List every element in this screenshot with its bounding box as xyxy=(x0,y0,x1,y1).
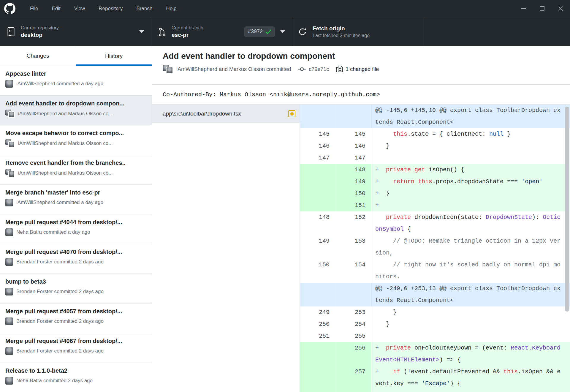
diff-code-line: @@ -249,6 +253,13 @@ export class Toolba… xyxy=(375,283,561,306)
avatar xyxy=(5,169,15,177)
tab-changes[interactable]: Changes xyxy=(0,46,76,66)
commit-list-title: Add event handler to dropdown compon... xyxy=(5,100,148,107)
menu-edit[interactable]: Edit xyxy=(45,0,67,17)
new-line-number: 254 xyxy=(335,318,371,330)
minimize-button[interactable] xyxy=(514,0,533,17)
menu-file[interactable]: File xyxy=(23,0,45,17)
title-bar: File Edit View Repository Branch Help xyxy=(0,0,570,17)
current-repository-button[interactable]: Current repository desktop xyxy=(0,17,152,46)
commit-list-title: Merge pull request #4057 from desktop/..… xyxy=(5,308,148,315)
commit-list-byline: Brendan Forster committed 2 days ago xyxy=(16,348,104,354)
file-row[interactable]: app\src\ui\toolbar\dropdown.tsx xyxy=(152,105,300,123)
diff-code-line: @@ -145,6 +145,10 @@ export class Toolba… xyxy=(375,105,561,128)
current-repository-label: Current repository xyxy=(21,25,59,31)
avatar xyxy=(5,347,13,355)
diff-row: 149+ return this.props.dropdownState ===… xyxy=(300,176,570,188)
old-line-number: 150 xyxy=(300,259,335,283)
avatar xyxy=(163,65,173,74)
diff-code-line: + if (!event.defaultPrevented && this.is… xyxy=(375,366,561,390)
diff-code-line: } xyxy=(375,306,561,318)
old-line-number: 149 xyxy=(300,235,335,259)
diff-code-line xyxy=(375,152,561,164)
commit-list-byline: iAmWillShepherd and Markus Olsson co... xyxy=(18,170,113,176)
menu-branch[interactable]: Branch xyxy=(130,0,159,17)
commit-list-byline: iAmWillShepherd and Markus Olsson co... xyxy=(18,140,113,146)
current-branch-button[interactable]: Current branch esc-pr #3972 xyxy=(152,17,292,46)
check-icon xyxy=(265,29,271,34)
old-line-number xyxy=(300,188,335,200)
diff-row: 257+ if (!event.defaultPrevented && this… xyxy=(300,366,570,390)
diff-row: 149153 // @TODO: Remake triangle octicon… xyxy=(300,235,570,259)
old-line-number xyxy=(300,390,335,392)
diff-code-line: + private get isOpen() { xyxy=(375,164,561,176)
list-item[interactable]: Remove event handler from the branches..… xyxy=(0,155,152,185)
list-item[interactable]: Merge pull request #4044 from desktop/..… xyxy=(0,214,152,244)
commit-sha: c79e71c xyxy=(309,66,329,72)
tab-history[interactable]: History xyxy=(76,46,152,66)
git-commit-icon xyxy=(297,66,306,72)
diff-scrollbar[interactable] xyxy=(565,107,569,312)
new-line-number: 152 xyxy=(335,211,371,235)
new-line-number: 149 xyxy=(335,176,371,188)
old-line-number xyxy=(300,105,335,128)
pull-request-number: #3972 xyxy=(248,29,263,35)
list-item[interactable]: Merge pull request #4067 from desktop/..… xyxy=(0,333,152,363)
diff-row: 148+ private get isOpen() { xyxy=(300,164,570,176)
commit-list-title: Merge pull request #4067 from desktop/..… xyxy=(5,338,148,344)
list-item[interactable]: Release to 1.1.0-beta2Neha Batra committ… xyxy=(0,363,152,392)
diff-view: @@ -145,6 +145,10 @@ export class Toolba… xyxy=(300,105,570,392)
avatar xyxy=(5,199,13,206)
diff-row: 258+ event.preventDefault() xyxy=(300,390,570,392)
commit-summary-header: Add event handler to dropdown component … xyxy=(152,46,570,85)
diff-row: 145145 this.state = { clientRect: null } xyxy=(300,128,570,140)
list-item[interactable]: Merge pull request #4070 from desktop/..… xyxy=(0,244,152,274)
diff-row: @@ -145,6 +145,10 @@ export class Toolba… xyxy=(300,105,570,128)
chevron-down-icon xyxy=(280,30,285,33)
old-line-number xyxy=(300,342,335,366)
fetch-origin-title: Fetch origin xyxy=(313,25,370,32)
list-item[interactable]: Move escape behavior to correct compo...… xyxy=(0,125,152,155)
new-line-number: 257 xyxy=(335,366,371,390)
current-branch-value: esc-pr xyxy=(172,32,203,38)
old-line-number xyxy=(300,366,335,390)
commit-list-byline: Brendan Forster committed 2 days ago xyxy=(16,318,104,324)
avatar xyxy=(5,110,15,118)
diff-row: 150+ } xyxy=(300,188,570,200)
maximize-button[interactable] xyxy=(533,0,551,17)
commit-title: Add event handler to dropdown component xyxy=(163,51,570,61)
old-line-number: 145 xyxy=(300,128,335,140)
avatar xyxy=(5,139,15,148)
commit-list-byline: iAmWillShepherd and Markus Olsson co... xyxy=(18,111,113,117)
new-line-number: 151 xyxy=(335,200,371,211)
list-item[interactable]: Merge branch 'master' into esc-priAmWill… xyxy=(0,185,152,214)
commit-list-title: Appease linter xyxy=(5,70,148,77)
diff-row: 249253 } xyxy=(300,306,570,318)
diff-row: 151+ xyxy=(300,200,570,211)
list-item[interactable]: Merge pull request #4057 from desktop/..… xyxy=(0,304,152,333)
menu-view[interactable]: View xyxy=(67,0,92,17)
commit-list-byline: Neha Batra committed 2 days ago xyxy=(16,378,93,384)
fetch-origin-button[interactable]: Fetch origin Last fetched 2 minutes ago xyxy=(292,17,423,46)
repo-icon xyxy=(7,27,15,37)
commit-list-title: Merge branch 'master' into esc-pr xyxy=(5,189,148,196)
chevron-down-icon xyxy=(139,30,144,33)
list-item[interactable]: Appease linteriAmWillShepherd committed … xyxy=(0,66,152,96)
new-line-number: 256 xyxy=(335,342,371,366)
diff-code-line: + } xyxy=(375,188,561,200)
old-line-number xyxy=(300,164,335,176)
minimize-icon xyxy=(520,5,527,12)
sidebar-tabbar: Changes History xyxy=(0,46,152,66)
menu-repository[interactable]: Repository xyxy=(92,0,129,17)
list-item[interactable]: Add event handler to dropdown compon...i… xyxy=(0,96,152,125)
commit-list-byline: Brendan Forster committed 2 days ago xyxy=(16,289,104,295)
file-path: app\src\ui\toolbar\dropdown.tsx xyxy=(163,110,241,117)
list-item[interactable]: bump to beta3Brendan Forster committed 2… xyxy=(0,274,152,304)
commit-list-byline: iAmWillShepherd committed a day ago xyxy=(16,200,103,206)
diff-code-line: // right now it's scaled badly on normal… xyxy=(375,259,561,283)
menu-help[interactable]: Help xyxy=(159,0,183,17)
diff-code-line: + event.preventDefault() xyxy=(375,390,561,392)
commit-list-title: Remove event handler from the branches.. xyxy=(5,159,148,166)
close-button[interactable] xyxy=(551,0,570,17)
diff-code-line xyxy=(375,330,561,342)
diff-code-line: } xyxy=(375,318,561,330)
